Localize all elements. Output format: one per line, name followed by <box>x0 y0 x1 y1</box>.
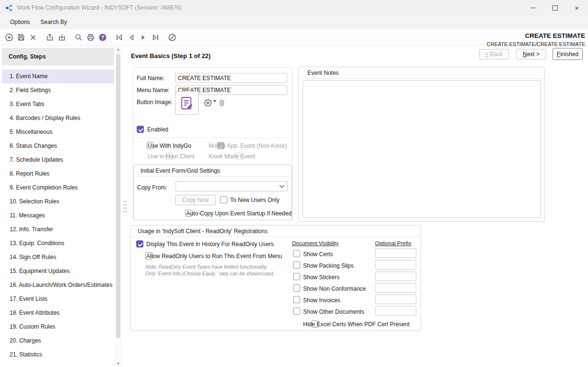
to-new-users-only-checkbox[interactable] <box>220 196 227 203</box>
optional-prefix-input[interactable] <box>375 295 416 304</box>
to-new-users-only-label: To New Users Only <box>230 197 280 203</box>
readonly-note-line1: Note: ReadOnly Event Types have limited … <box>145 264 268 270</box>
optional-prefix-input[interactable] <box>375 306 416 316</box>
add-icon[interactable] <box>3 31 15 43</box>
doc-visibility-row: Show Non Conformance <box>293 283 419 295</box>
sidebar-item[interactable]: 4. Barcodes / Display Rules <box>2 111 114 125</box>
sidebar-item[interactable]: 16. Auto-Launch/Work Orders/Estimates <box>2 278 114 292</box>
sidebar-item[interactable]: 12. Info. Transfer <box>2 223 114 237</box>
sidebar-item[interactable]: 1. Event Name <box>2 70 114 83</box>
sidebar-list: 1. Event Name2. Field Settings3. Event T… <box>2 70 114 362</box>
show-other-documents-checkbox[interactable] <box>293 308 300 315</box>
search-icon[interactable] <box>72 31 84 43</box>
readonly-note-line2: Only 'Event Info./Choose Equip.' step ca… <box>145 271 275 276</box>
optional-prefix-input[interactable] <box>375 272 416 281</box>
optional-prefix-input[interactable] <box>375 283 416 293</box>
sidebar-item[interactable]: 9. Event Completion Rules <box>2 181 114 195</box>
event-path: CREATE ESTIMATE/CREATE ESTIMATE <box>487 41 585 47</box>
maximize-icon <box>553 5 558 11</box>
sidebar-item[interactable]: 18. Event Attributes <box>2 306 114 320</box>
help-icon[interactable]: ? <box>96 31 108 43</box>
sidebar-item[interactable]: 13. Equip. Conditions <box>2 237 114 250</box>
sidebar-item[interactable]: 3. Event Tabs <box>2 97 114 111</box>
display-history-checkbox[interactable] <box>136 240 143 248</box>
cancel-icon[interactable] <box>166 31 178 43</box>
doc-visibility-row: Show Other Documents <box>293 306 419 318</box>
sidebar-item[interactable]: 8. Report Rules <box>2 167 114 181</box>
print-icon[interactable] <box>84 31 96 43</box>
sidebar-item[interactable]: 20. Charges <box>2 334 114 348</box>
full-name-input[interactable] <box>175 73 287 83</box>
sidebar-item[interactable]: 15. Equipment Updates <box>2 264 114 278</box>
copy-from-label: Copy From: <box>137 184 167 191</box>
export-icon[interactable] <box>44 31 56 43</box>
doc-visibility-row: Show Stickers <box>293 272 419 283</box>
document-visibility-header: Document Visibility <box>292 240 339 246</box>
minimize-icon <box>530 8 536 8</box>
event-notes-textarea[interactable] <box>303 80 541 218</box>
sidebar-item[interactable]: 2. Field Settings <box>2 83 114 97</box>
splitter-handle[interactable] <box>123 200 128 214</box>
doc-row-label: Show Certs <box>303 251 333 258</box>
show-invoices-checkbox[interactable] <box>293 296 300 303</box>
show-certs-checkbox[interactable] <box>293 250 300 257</box>
sidebar-item[interactable]: 6. Status Changes <box>2 139 114 153</box>
sidebar-item[interactable]: 19. Custom Rules <box>2 320 114 334</box>
event-notes-group: Event Notes <box>298 67 545 222</box>
config-steps-panel: Config. Steps 1. Event Name2. Field Sett… <box>0 46 122 367</box>
window-title: Work Flow Configuration Wizard - INDYSOF… <box>17 4 182 11</box>
scrollbar-thumb[interactable] <box>116 54 120 338</box>
back-button[interactable]: < Back <box>479 49 509 59</box>
sidebar-item[interactable]: 11. Messages <box>2 209 114 223</box>
button-image-label: Button Image: <box>137 99 173 106</box>
copy-now-button[interactable]: Copy Now <box>175 195 216 205</box>
optional-prefix-header: Optional Prefix <box>375 240 411 246</box>
save-icon[interactable] <box>15 31 27 43</box>
next-record-icon[interactable] <box>137 31 149 43</box>
sidebar-item[interactable]: 21. Statistics <box>2 348 114 362</box>
finished-button[interactable]: Finished <box>553 48 583 60</box>
optional-prefix-input[interactable] <box>375 260 416 270</box>
sidebar-scrollbar[interactable]: ▲ ▼ <box>115 46 121 367</box>
doc-visibility-row: Show Packing Slips <box>293 260 419 272</box>
sidebar-item[interactable]: 5. Miscellaneous <box>2 125 114 139</box>
delete-image-icon[interactable] <box>216 97 228 109</box>
copy-from-select[interactable] <box>176 181 288 191</box>
event-title: CREATE ESTIMATE <box>525 32 585 39</box>
show-packing-slips-checkbox[interactable] <box>293 261 300 269</box>
doc-visibility-row: Show Invoices <box>293 295 419 306</box>
scroll-down-icon[interactable]: ▼ <box>115 360 121 367</box>
show-stickers-checkbox[interactable] <box>293 273 300 280</box>
sidebar-item[interactable]: 14. Sign Off Rules <box>2 250 114 264</box>
enabled-label: Enabled <box>147 126 168 133</box>
allow-run-label: Allow ReadOnly Users to Run This Event F… <box>146 253 282 260</box>
delete-icon[interactable] <box>27 31 39 43</box>
add-image-icon[interactable] <box>202 97 214 109</box>
display-history-label: Display This Event In History For ReadOn… <box>146 241 274 248</box>
previous-record-icon[interactable] <box>125 31 137 43</box>
show-non-conformance-checkbox[interactable] <box>293 284 300 292</box>
last-record-icon[interactable] <box>149 31 161 43</box>
close-button[interactable]: × <box>566 0 588 15</box>
close-icon: × <box>575 4 579 12</box>
first-record-icon[interactable] <box>113 31 125 43</box>
menu-bar: Options Search By <box>0 15 588 29</box>
doc-visibility-rows: Show CertsShow Packing SlipsShow Sticker… <box>293 249 419 318</box>
doc-row-label: Show Invoices <box>303 297 340 304</box>
use-with-indygo-label: Use With IndyGo <box>148 142 191 149</box>
hide-excel-certs-label: Hide Excel Certs When PDF Cert Present <box>303 321 410 328</box>
minimize-button[interactable] <box>522 0 544 15</box>
import-icon[interactable] <box>56 31 68 43</box>
maximize-button[interactable] <box>544 0 566 15</box>
sidebar-item[interactable]: 10. Selection Rules <box>2 195 114 209</box>
sidebar-item[interactable]: 17. Event Lists <box>2 292 114 306</box>
menu-search-by[interactable]: Search By <box>35 16 72 28</box>
svg-text:?: ? <box>101 34 104 40</box>
next-button[interactable]: Next > <box>516 49 546 59</box>
menu-options[interactable]: Options <box>5 16 35 28</box>
enabled-checkbox[interactable] <box>137 126 144 133</box>
sidebar-item[interactable]: 7. Schedule Updates <box>2 153 114 167</box>
optional-prefix-input[interactable] <box>375 249 416 258</box>
button-image-preview[interactable] <box>175 91 199 115</box>
scroll-up-icon[interactable]: ▲ <box>115 46 121 53</box>
